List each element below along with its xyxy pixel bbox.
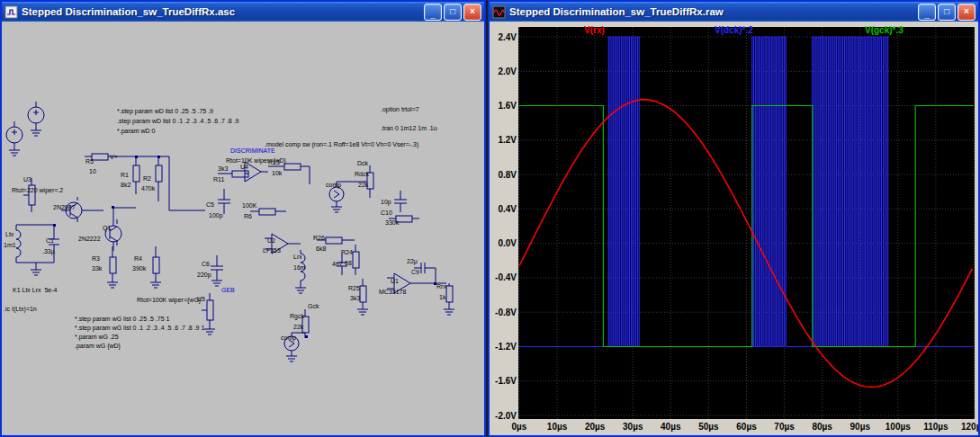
waveform-window-titlebar[interactable]: Stepped Discrimination_sw_TrueDiffRx.raw… [490, 2, 978, 22]
window-title: Stepped Discrimination_sw_TrueDiffRx.asc [22, 6, 420, 17]
schematic-text: R26 [313, 235, 325, 241]
schematic-file-icon [4, 5, 18, 19]
schematic-text: *.step param wD list 0 .25 .5 .75 .9 [117, 108, 213, 114]
schematic-text: 1m1 [4, 242, 16, 248]
y-tick-label: 0.0V [498, 238, 517, 248]
schematic-text: 22k [358, 182, 368, 188]
schematic-text: 10p [381, 199, 391, 205]
schematic-text: 4n7 [332, 261, 343, 267]
schematic-text: R5 [85, 158, 94, 165]
x-tick-label: 50µs [698, 422, 719, 432]
schematic-text: R3 [92, 255, 100, 262]
schematic-window: Stepped Discrimination_sw_TrueDiffRx.asc… [0, 0, 486, 437]
schematic-text: C10 [381, 210, 392, 216]
schematic-window-titlebar[interactable]: Stepped Discrimination_sw_TrueDiffRx.asc… [2, 2, 484, 22]
maximize-button[interactable]: □ [938, 4, 956, 21]
schematic-text: R1 [121, 172, 129, 178]
schematic-text: Ltx [5, 231, 13, 237]
maximize-button[interactable]: □ [444, 4, 462, 21]
schematic-text: 3k3 [350, 295, 360, 301]
schematic-text: 10k [272, 170, 282, 176]
x-tick-label: 90µs [850, 422, 871, 432]
y-tick-label: 0.4V [498, 204, 517, 214]
schematic-text: 3k3 [218, 165, 228, 172]
schematic-text: R24 [341, 249, 353, 255]
y-tick-label: 1.2V [498, 135, 517, 145]
x-tick-label: 30µs [623, 422, 643, 432]
schematic-text: 390k [132, 265, 146, 272]
schematic-text: 6k8 [316, 245, 326, 252]
schematic-text: 100p [209, 212, 223, 218]
schematic-text: 220p [197, 272, 211, 278]
x-tick-label: 60µs [736, 422, 757, 432]
schematic-text: U5 [197, 296, 205, 302]
schematic-text: R11 [213, 176, 224, 183]
x-tick-label: 20µs [585, 422, 606, 432]
schematic-text: U2 [267, 237, 275, 244]
y-tick-label: 1.6V [498, 101, 517, 111]
close-button[interactable]: × [958, 4, 976, 21]
schematic-text: Rgck [290, 313, 304, 319]
schematic-text: Q1 [103, 225, 111, 231]
schematic-text: DISCRIMINATE [230, 147, 275, 154]
schematic-canvas-area[interactable]: *.step param wD list 0 .25 .5 .75 .9.ste… [2, 22, 484, 435]
minimize-button[interactable]: _ [918, 4, 936, 21]
waveform-plot[interactable]: 2.4V2.0V1.6V1.2V0.8V0.4V0.0V-0.4V-0.8V-1… [490, 22, 978, 435]
waveform-file-icon [492, 5, 506, 19]
schematic-text: 33k [92, 265, 102, 272]
schematic-text: Dck [357, 160, 368, 166]
schematic-text: *.param wG .25 [75, 334, 119, 340]
schematic-text: R25 [348, 285, 360, 291]
plot-background[interactable] [518, 27, 975, 419]
waveform-svg[interactable]: 2.4V2.0V1.6V1.2V0.8V0.4V0.0V-0.4V-0.8V-1… [490, 22, 978, 433]
schematic-text: *.param wD 0 [117, 128, 155, 134]
x-tick-label: 70µs [774, 422, 795, 432]
schematic-text: U3 [23, 176, 31, 183]
waveform-plot-area[interactable]: 2.4V2.0V1.6V1.2V0.8V0.4V0.0V-0.4V-0.8V-1… [490, 22, 978, 435]
schematic-text: comp [326, 182, 341, 188]
y-tick-label: -2.0V [495, 411, 517, 421]
schematic-text: 2N2222 [78, 236, 101, 242]
legend-item[interactable]: V(dck)*.2 [715, 25, 753, 35]
schematic-text: U1 [391, 278, 399, 284]
schematic-text: 68 [345, 260, 352, 266]
close-button[interactable]: × [463, 4, 481, 21]
schematic-text: 2N2907 [53, 204, 76, 210]
schematic-text: .ic I(Ltx)=1n [4, 306, 37, 312]
minimize-button[interactable]: _ [424, 4, 442, 21]
x-tick-label: 80µs [812, 422, 832, 432]
y-tick-label: 2.4V [498, 32, 517, 42]
x-tick-label: 120µs [961, 422, 978, 432]
schematic-text: C9 [411, 269, 419, 275]
schematic-text: R13 [268, 159, 280, 165]
schematic-text: 470k [141, 185, 155, 192]
legend-item[interactable]: V(gck)*.3 [865, 25, 904, 35]
x-tick-label: 10µs [547, 422, 568, 432]
schematic-text: 100K [242, 202, 256, 209]
x-tick-label: 40µs [661, 422, 681, 432]
schematic-text: Rtot=220 wiper=.2 [12, 187, 63, 193]
schematic-text: Rrx [436, 283, 446, 290]
schematic-text: R6 [244, 213, 252, 219]
schematic-text: Gck [308, 303, 319, 309]
schematic-text: Rtot=100K wiper={wG} [137, 297, 201, 303]
window-title: Stepped Discrimination_sw_TrueDiffRx.raw [509, 6, 914, 17]
schematic-text: U4 [240, 164, 248, 170]
schematic-text: LF353 [263, 247, 281, 254]
schematic-text: GEB [221, 287, 235, 293]
schematic-text: 8k2 [121, 182, 130, 188]
schematic-text: K1 Ltx Lrx 5e-4 [13, 287, 57, 293]
schematic-text: C6 [202, 261, 210, 267]
x-tick-label: 0µs [512, 422, 527, 432]
schematic-text: MC33178 [379, 289, 406, 295]
schematic-text: .step param wD list 0 .1 .2 .3 .4 .5 .6 … [117, 118, 238, 124]
schematic-text: 22k [293, 324, 303, 330]
schematic-text: V+ [110, 154, 118, 160]
schematic-text: *.step param wG list 0 .1 .2 .3 .4 .5 .6… [75, 325, 204, 331]
schematic-text: .option trtol=7 [381, 106, 419, 112]
schematic-text: C1 [46, 237, 54, 244]
schematic-text: 16m [293, 264, 306, 271]
schematic-text: 22µ [407, 258, 418, 264]
legend-item[interactable]: V(rx) [584, 25, 605, 35]
schematic-text: .param wG {wD} [75, 343, 121, 349]
